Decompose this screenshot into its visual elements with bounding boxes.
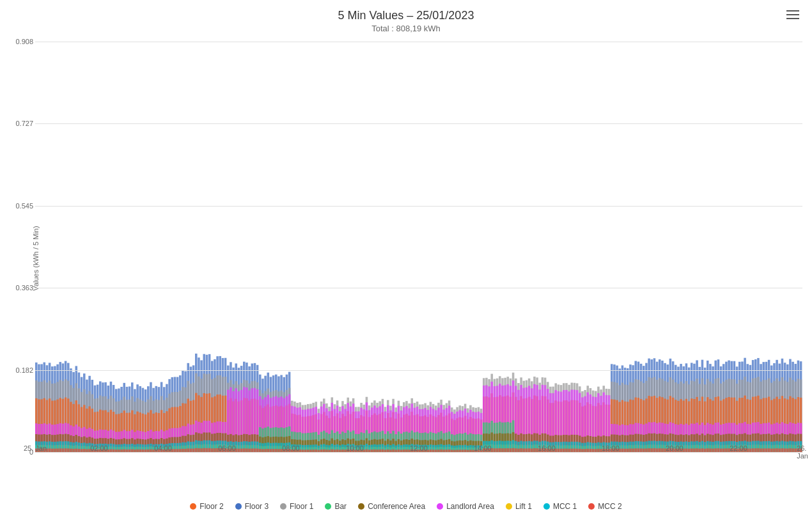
grid-line	[35, 370, 802, 371]
legend-label: MCC 2	[598, 502, 621, 511]
legend-label: Conference Area	[368, 502, 425, 511]
x-tick-label: 20:00	[666, 444, 683, 452]
x-tick-label: 18:00	[602, 444, 620, 452]
y-tick-label: 0.363	[6, 284, 33, 292]
legend-item: Conference Area	[358, 502, 425, 511]
grid-line	[35, 42, 802, 42]
y-tick-label: 0	[6, 448, 33, 456]
chart-container: 5 Min Values – 25/01/2023 Total : 808,19…	[0, 0, 812, 516]
x-tick-label: 16:00	[538, 444, 556, 452]
x-tick-label: 22:00	[730, 444, 747, 452]
legend-item: Landlord Area	[437, 502, 494, 511]
legend-color	[280, 503, 286, 510]
chart-area	[35, 42, 802, 452]
legend-item: Lift 1	[506, 502, 532, 511]
grid-line	[35, 288, 802, 288]
legend-label: Floor 3	[245, 502, 269, 511]
hamburger-menu[interactable]	[786, 10, 799, 19]
x-tick-label: 04:00	[154, 444, 172, 452]
legend-label: Floor 1	[290, 502, 313, 511]
x-axis: 25. Jan02:0004:0006:0008:0010:0012:0014:…	[35, 442, 802, 455]
grid-line	[35, 123, 802, 124]
legend-label: Lift 1	[515, 502, 532, 511]
legend-color	[235, 503, 242, 510]
legend-label: Bar	[334, 502, 347, 511]
legend: Floor 2Floor 3Floor 1BarConference AreaL…	[0, 502, 812, 511]
legend-label: Landlord Area	[446, 502, 494, 511]
legend-color	[358, 503, 364, 510]
legend-item: Floor 2	[190, 502, 223, 511]
x-tick-label: 08:00	[282, 444, 300, 452]
legend-color	[325, 503, 331, 510]
legend-item: Bar	[325, 502, 347, 511]
x-tick-label: 06:00	[218, 444, 236, 452]
legend-item: MCC 1	[543, 502, 577, 511]
x-tick-label: 02:00	[90, 444, 108, 452]
legend-color	[190, 503, 196, 510]
chart-title: 5 Min Values – 25/01/2023	[0, 0, 812, 22]
legend-color	[506, 503, 512, 510]
legend-color	[543, 503, 550, 510]
x-tick-label: 12:00	[410, 444, 428, 452]
legend-item: Floor 1	[280, 502, 313, 511]
chart-svg	[35, 42, 802, 452]
legend-label: Floor 2	[199, 502, 223, 511]
x-tick-label: 14:00	[474, 444, 492, 452]
grid-line	[35, 206, 802, 207]
legend-item: MCC 2	[588, 502, 621, 511]
legend-item: Floor 3	[235, 502, 269, 511]
chart-subtitle: Total : 808,19 kWh	[0, 24, 812, 33]
y-tick-label: 0.182	[6, 366, 33, 374]
grid-line	[35, 452, 802, 453]
y-tick-label: 0.727	[6, 120, 33, 127]
y-tick-label: 0.545	[6, 202, 33, 210]
x-tick-label: 10:00	[346, 444, 364, 452]
y-tick-label: 0.908	[6, 38, 33, 45]
legend-label: MCC 1	[553, 502, 577, 511]
legend-color	[588, 503, 595, 510]
legend-color	[437, 503, 443, 510]
